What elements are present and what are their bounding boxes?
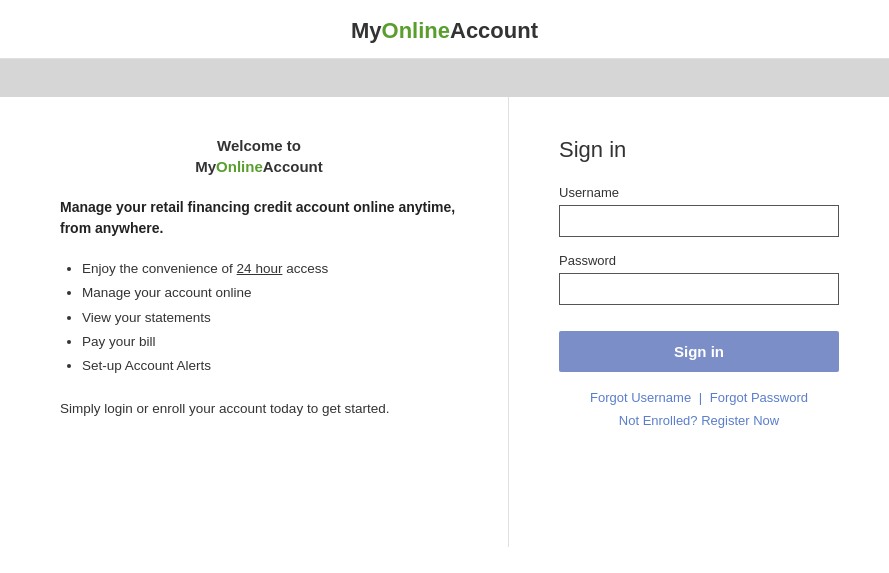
feature-manage: Manage your account online (82, 285, 252, 300)
main-content: Welcome to MyOnlineAccount Manage your r… (0, 97, 889, 547)
password-group: Password (559, 253, 839, 305)
password-label: Password (559, 253, 839, 268)
welcome-green: Online (216, 158, 263, 175)
site-title: MyOnlineAccount (351, 18, 538, 43)
sign-in-button[interactable]: Sign in (559, 331, 839, 372)
list-item: View your statements (82, 306, 458, 330)
tagline: Manage your retail financing credit acco… (60, 197, 458, 239)
password-input[interactable] (559, 273, 839, 305)
username-group: Username (559, 185, 839, 237)
feature-text-before: Enjoy the convenience of (82, 261, 237, 276)
24-hour-link[interactable]: 24 hour (237, 261, 283, 276)
username-label: Username (559, 185, 839, 200)
forgot-password-link[interactable]: Forgot Password (710, 390, 808, 405)
list-item: Enjoy the convenience of 24 hour access (82, 257, 458, 281)
welcome-heading: Welcome to (60, 137, 458, 154)
gray-bar (0, 59, 889, 97)
cta-text: Simply login or enroll your account toda… (60, 398, 458, 420)
title-suffix: Account (450, 18, 538, 43)
welcome-subheading: MyOnlineAccount (60, 158, 458, 175)
feature-alerts: Set-up Account Alerts (82, 358, 211, 373)
feature-text-after: access (282, 261, 328, 276)
username-input[interactable] (559, 205, 839, 237)
left-panel: Welcome to MyOnlineAccount Manage your r… (0, 97, 509, 547)
enroll-row: Not Enrolled? Register Now (559, 413, 839, 428)
welcome-prefix: My (195, 158, 216, 175)
list-item: Manage your account online (82, 281, 458, 305)
list-item: Set-up Account Alerts (82, 354, 458, 378)
feature-statements: View your statements (82, 310, 211, 325)
register-link[interactable]: Not Enrolled? Register Now (619, 413, 779, 428)
sign-in-title: Sign in (559, 137, 839, 163)
list-item: Pay your bill (82, 330, 458, 354)
header: MyOnlineAccount (0, 0, 889, 59)
title-green: Online (382, 18, 450, 43)
link-separator: | (699, 390, 702, 405)
forgot-username-link[interactable]: Forgot Username (590, 390, 691, 405)
feature-list: Enjoy the convenience of 24 hour access … (60, 257, 458, 378)
forgot-links-row: Forgot Username | Forgot Password (559, 390, 839, 405)
feature-bill: Pay your bill (82, 334, 156, 349)
right-panel: Sign in Username Password Sign in Forgot… (509, 97, 889, 547)
welcome-suffix: Account (263, 158, 323, 175)
title-prefix: My (351, 18, 382, 43)
